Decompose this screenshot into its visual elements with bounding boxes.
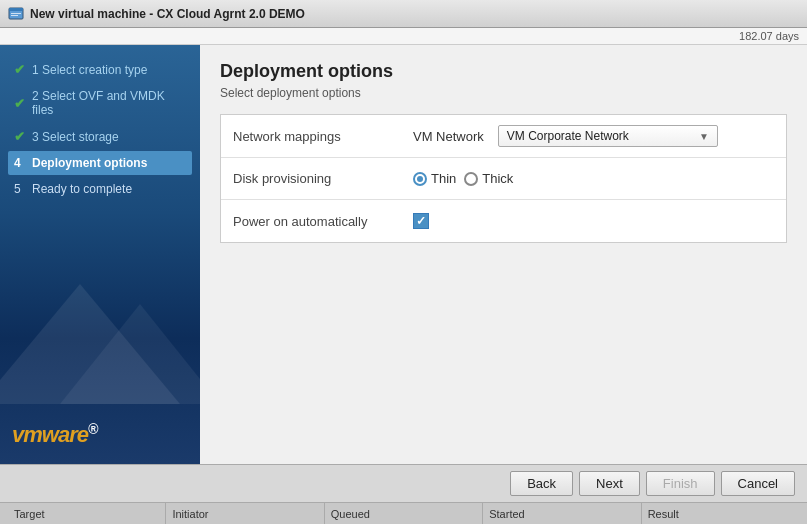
sidebar-step-1[interactable]: ✔1 Select creation type — [8, 57, 192, 82]
logo-trademark: ® — [88, 421, 97, 437]
radio-thin-circle — [413, 172, 427, 186]
vm-network-label: VM Network — [413, 129, 484, 144]
status-result: Result — [642, 503, 799, 524]
status-bar: Target Initiator Queued Started Result — [0, 502, 807, 524]
step-label: Ready to complete — [32, 182, 132, 196]
network-mappings-row: Network mappings VM Network VM Corporate… — [221, 115, 786, 158]
power-on-row: Power on automatically ✓ — [221, 200, 786, 242]
svg-rect-1 — [9, 8, 23, 11]
check-icon: ✔ — [14, 96, 28, 111]
deployment-options-table: Network mappings VM Network VM Corporate… — [220, 114, 787, 243]
days-bar: 182.07 days — [0, 28, 807, 45]
check-icon: ✔ — [14, 129, 28, 144]
sidebar-step-5[interactable]: 5Ready to complete — [8, 177, 192, 201]
radio-thick[interactable]: Thick — [464, 171, 513, 186]
logo-prefix: vm — [12, 422, 42, 447]
next-button[interactable]: Next — [579, 471, 640, 496]
status-queued: Queued — [325, 503, 483, 524]
svg-rect-3 — [11, 15, 18, 16]
status-started: Started — [483, 503, 641, 524]
sidebar: ✔1 Select creation type✔2 Select OVF and… — [0, 45, 200, 464]
svg-rect-2 — [11, 13, 21, 14]
sidebar-logo: vmware® — [0, 405, 200, 464]
disk-provisioning-label: Disk provisioning — [233, 171, 413, 186]
page-title: Deployment options — [220, 61, 787, 82]
network-mappings-label: Network mappings — [233, 129, 413, 144]
title-bar: New virtual machine - CX Cloud Agrnt 2.0… — [0, 0, 807, 28]
logo-suffix: ware — [42, 422, 88, 447]
sidebar-step-3[interactable]: ✔3 Select storage — [8, 124, 192, 149]
main-content: ✔1 Select creation type✔2 Select OVF and… — [0, 45, 807, 464]
sidebar-decoration — [0, 284, 200, 404]
power-on-label: Power on automatically — [233, 214, 413, 229]
disk-provisioning-value: Thin Thick — [413, 171, 774, 186]
power-on-checkbox[interactable]: ✓ — [413, 213, 429, 229]
status-target: Target — [8, 503, 166, 524]
back-button[interactable]: Back — [510, 471, 573, 496]
chevron-down-icon: ▼ — [699, 131, 709, 142]
title-bar-text: New virtual machine - CX Cloud Agrnt 2.0… — [30, 7, 305, 21]
step-label: 3 Select storage — [32, 130, 119, 144]
radio-thick-circle — [464, 172, 478, 186]
sidebar-step-4[interactable]: 4Deployment options — [8, 151, 192, 175]
sidebar-step-2[interactable]: ✔2 Select OVF and VMDK files — [8, 84, 192, 122]
step-num: 5 — [14, 182, 28, 196]
radio-thin-label: Thin — [431, 171, 456, 186]
days-text: 182.07 days — [739, 30, 799, 42]
vm-network-dropdown-value: VM Corporate Network — [507, 129, 629, 143]
page-subtitle: Select deployment options — [220, 86, 787, 100]
network-mappings-value: VM Network VM Corporate Network ▼ — [413, 125, 774, 147]
step-label: Deployment options — [32, 156, 147, 170]
vm-window-icon — [8, 6, 24, 22]
disk-provisioning-row: Disk provisioning Thin Thick — [221, 158, 786, 200]
check-icon: ✔ — [14, 62, 28, 77]
radio-thick-label: Thick — [482, 171, 513, 186]
footer: Back Next Finish Cancel — [0, 464, 807, 502]
vm-network-dropdown[interactable]: VM Corporate Network ▼ — [498, 125, 718, 147]
finish-button[interactable]: Finish — [646, 471, 715, 496]
cancel-button[interactable]: Cancel — [721, 471, 795, 496]
power-on-value: ✓ — [413, 213, 774, 229]
step-label: 1 Select creation type — [32, 63, 147, 77]
content-panel: Deployment options Select deployment opt… — [200, 45, 807, 464]
step-label: 2 Select OVF and VMDK files — [32, 89, 186, 117]
status-initiator: Initiator — [166, 503, 324, 524]
radio-thin[interactable]: Thin — [413, 171, 456, 186]
step-num: 4 — [14, 156, 28, 170]
